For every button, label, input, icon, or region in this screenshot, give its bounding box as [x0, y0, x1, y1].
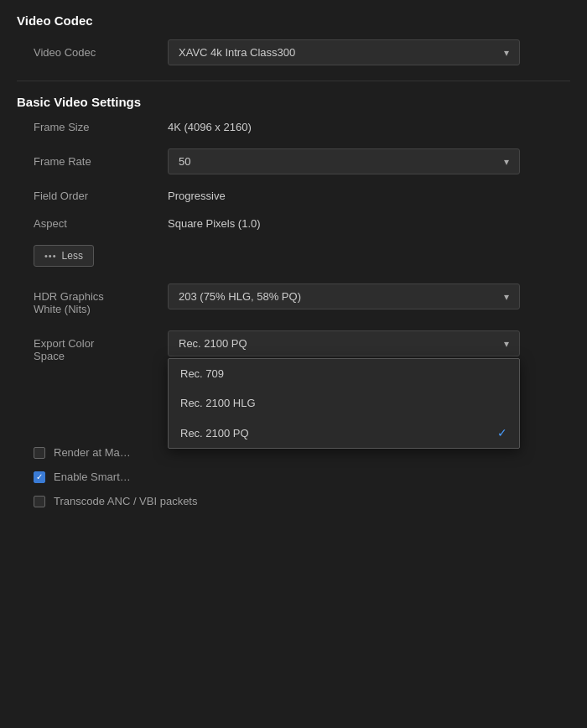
video-codec-title: Video Codec: [17, 13, 570, 28]
video-codec-chevron-icon: ▾: [504, 47, 509, 59]
hdr-graphics-dropdown[interactable]: 203 (75% HLG, 58% PQ) ▾: [168, 283, 520, 309]
less-label: Less: [62, 250, 83, 262]
checkbox-enable-smart-row: ✓ Enable Smart…: [17, 471, 570, 483]
aspect-value: Square Pixels (1.0): [168, 217, 261, 230]
less-button-container: ••• Less: [17, 245, 570, 283]
basic-video-settings-section: Basic Video Settings Frame Size 4K (4096…: [17, 95, 570, 230]
less-dots-icon: •••: [44, 251, 57, 261]
checkboxes-section: Render at Ma… ✓ Enable Smart… Transcode …: [17, 446, 570, 507]
frame-size-value: 4K (4096 x 2160): [168, 121, 252, 133]
export-color-space-list: Rec. 709 Rec. 2100 HLG Rec. 2100 PQ ✓: [168, 358, 520, 449]
frame-rate-dropdown[interactable]: 50 ▾: [168, 148, 520, 174]
frame-size-row: Frame Size 4K (4096 x 2160): [17, 121, 570, 133]
checkbox-transcode-anc-label: Transcode ANC / VBI packets: [54, 495, 197, 507]
video-codec-section: Video Codec Video Codec XAVC 4k Intra Cl…: [17, 13, 570, 65]
export-option-rec709[interactable]: Rec. 709: [169, 359, 519, 388]
option-check-icon: ✓: [497, 426, 507, 439]
hdr-graphics-row: HDR Graphics White (Nits) 203 (75% HLG, …: [17, 283, 570, 315]
checkbox-transcode-anc-row: Transcode ANC / VBI packets: [17, 495, 570, 507]
divider-1: [17, 81, 570, 81]
hdr-graphics-value: 203 (75% HLG, 58% PQ): [179, 290, 301, 303]
less-button[interactable]: ••• Less: [34, 245, 94, 267]
export-color-space-container: Rec. 2100 PQ ▾ Rec. 709 Rec. 2100 HLG Re…: [168, 330, 520, 356]
aspect-label: Aspect: [34, 217, 168, 230]
checkbox-render-at-max[interactable]: [34, 447, 45, 459]
checkbox-enable-smart-check-icon: ✓: [36, 472, 43, 481]
frame-size-label: Frame Size: [34, 121, 168, 133]
video-codec-value: XAVC 4k Intra Class300: [179, 46, 295, 59]
checkbox-enable-smart[interactable]: ✓: [34, 471, 45, 483]
checkbox-enable-smart-label: Enable Smart…: [54, 471, 131, 483]
export-color-space-dropdown[interactable]: Rec. 2100 PQ ▾: [168, 330, 520, 356]
frame-rate-row: Frame Rate 50 ▾: [17, 148, 570, 174]
export-option-rec709-label: Rec. 709: [180, 367, 224, 380]
field-order-label: Field Order: [34, 190, 168, 202]
aspect-row: Aspect Square Pixels (1.0): [17, 217, 570, 230]
video-codec-dropdown[interactable]: XAVC 4k Intra Class300 ▾: [168, 39, 520, 65]
export-color-space-chevron-icon: ▾: [504, 338, 509, 350]
checkbox-render-at-max-label: Render at Ma…: [54, 446, 131, 459]
field-order-value: Progressive: [168, 190, 226, 202]
export-option-rec2100hlg[interactable]: Rec. 2100 HLG: [169, 388, 519, 418]
export-option-rec2100pq-label: Rec. 2100 PQ: [180, 427, 249, 439]
frame-rate-chevron-icon: ▾: [504, 156, 509, 168]
hdr-graphics-label: HDR Graphics White (Nits): [34, 283, 168, 315]
export-option-rec2100hlg-label: Rec. 2100 HLG: [180, 397, 256, 409]
export-color-space-value: Rec. 2100 PQ: [179, 337, 247, 350]
export-color-space-label: Export Color Space: [34, 330, 168, 362]
frame-rate-value: 50: [179, 155, 190, 168]
frame-rate-label: Frame Rate: [34, 155, 168, 168]
basic-video-settings-title: Basic Video Settings: [17, 95, 570, 109]
video-codec-row: Video Codec XAVC 4k Intra Class300 ▾: [17, 39, 570, 65]
export-option-rec2100pq[interactable]: Rec. 2100 PQ ✓: [169, 418, 519, 448]
export-color-space-row: Export Color Space Rec. 2100 PQ ▾ Rec. 7…: [17, 330, 570, 362]
field-order-row: Field Order Progressive: [17, 190, 570, 202]
checkbox-transcode-anc[interactable]: [34, 496, 45, 507]
hdr-graphics-chevron-icon: ▾: [504, 291, 509, 303]
video-codec-label: Video Codec: [34, 46, 168, 59]
